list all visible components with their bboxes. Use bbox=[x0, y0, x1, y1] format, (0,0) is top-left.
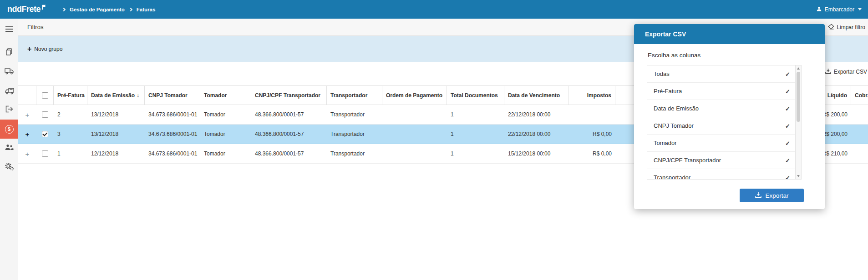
row-checkbox[interactable] bbox=[42, 150, 48, 157]
sidebar-item-users[interactable] bbox=[0, 139, 18, 158]
check-icon: ✓ bbox=[785, 140, 790, 146]
scroll-up-icon[interactable] bbox=[797, 67, 800, 70]
cell-cnpj-tomador: 34.673.686/0001-01 bbox=[145, 144, 200, 163]
cell-impostos: R$ 0,00 bbox=[569, 144, 615, 163]
select-all-checkbox[interactable] bbox=[42, 92, 48, 99]
header-transportador[interactable]: Transportador bbox=[327, 86, 382, 105]
chevron-right-icon bbox=[62, 7, 66, 11]
sidebar-item-settings[interactable] bbox=[0, 158, 18, 177]
cell-expand: + bbox=[18, 125, 36, 144]
cell-data-emissao: 13/12/2018 bbox=[87, 125, 145, 144]
scroll-down-icon[interactable] bbox=[797, 175, 800, 177]
cell-cnpj-cpf-transportador: 48.366.800/0001-57 bbox=[251, 125, 327, 144]
modal-subtitle: Escolha as colunas bbox=[648, 52, 825, 59]
cell-cobranca bbox=[851, 125, 868, 144]
column-option-todas[interactable]: Todas ✓ bbox=[647, 65, 801, 83]
cell-cnpj-tomador: 34.673.686/0001-01 bbox=[145, 125, 200, 144]
header-select bbox=[36, 86, 54, 105]
cell-select bbox=[36, 125, 54, 144]
cell-total-documentos: 1 bbox=[447, 144, 504, 163]
cell-data-emissao: 13/12/2018 bbox=[87, 105, 145, 124]
user-menu-label: Embarcador bbox=[825, 6, 854, 13]
modal-scrollbar[interactable] bbox=[795, 65, 801, 179]
sidebar-item-delivery[interactable] bbox=[0, 81, 18, 100]
header-data-vencimento[interactable]: Data de Vencimento bbox=[504, 86, 569, 105]
cell-impostos: R$ 0,00 bbox=[569, 125, 615, 144]
cell-cobranca bbox=[851, 144, 868, 163]
breadcrumb: Gestão de Pagamento Faturas bbox=[62, 7, 155, 12]
check-icon: ✓ bbox=[785, 105, 790, 112]
users-icon bbox=[5, 144, 14, 152]
header-tomador[interactable]: Tomador bbox=[200, 86, 251, 105]
export-csv-button[interactable]: Exportar CSV bbox=[825, 68, 867, 75]
cell-ordem-pagamento bbox=[382, 144, 447, 163]
user-menu[interactable]: Embarcador bbox=[816, 5, 862, 14]
header-data-emissao[interactable]: Data de Emissão↓ bbox=[87, 86, 145, 105]
sidebar-item-export[interactable] bbox=[0, 100, 18, 120]
column-option-pre-fatura[interactable]: Pré-Fatura ✓ bbox=[647, 83, 801, 100]
export-button[interactable]: Exportar bbox=[740, 189, 804, 202]
expand-row-button[interactable]: + bbox=[25, 111, 30, 119]
chevron-right-icon bbox=[129, 7, 132, 11]
column-option-transportador[interactable]: Transportador ✓ bbox=[647, 169, 801, 180]
cell-cobranca bbox=[851, 105, 868, 124]
row-checkbox[interactable] bbox=[42, 131, 48, 137]
breadcrumb-faturas[interactable]: Faturas bbox=[137, 7, 156, 12]
clear-filter-button[interactable]: Limpar filtro bbox=[827, 24, 865, 31]
header-cnpj-tomador[interactable]: CNPJ Tomador bbox=[145, 86, 200, 105]
header-cnpj-cpf-transportador[interactable]: CNPJ/CPF Transportador bbox=[251, 86, 327, 105]
sort-desc-icon: ↓ bbox=[137, 92, 139, 99]
column-list: Todas ✓ Pré-Fatura ✓ Data de Emissão ✓ C… bbox=[647, 65, 802, 180]
menu-toggle-button[interactable] bbox=[0, 19, 18, 40]
sidebar-item-documents[interactable] bbox=[0, 43, 18, 62]
download-icon bbox=[755, 192, 762, 200]
export-csv-label: Exportar CSV bbox=[834, 69, 867, 75]
gears-icon bbox=[5, 162, 14, 173]
header-ordem-pagamento[interactable]: Ordem de Pagamento bbox=[382, 86, 447, 105]
expand-row-button[interactable]: + bbox=[25, 130, 30, 138]
header-total-documentos[interactable]: Total Documentos bbox=[447, 86, 504, 105]
column-option-tomador[interactable]: Tomador ✓ bbox=[647, 135, 801, 152]
sidebar-item-payments[interactable]: $ bbox=[0, 120, 18, 139]
nddfrete-logo[interactable]: nddFrete bbox=[7, 5, 47, 14]
check-icon: ✓ bbox=[785, 157, 790, 164]
cell-transportador: Transportador bbox=[327, 105, 382, 124]
logout-arrow-icon bbox=[5, 105, 13, 115]
clear-filter-label: Limpar filtro bbox=[837, 24, 865, 30]
modal-header: Exportar CSV bbox=[634, 24, 825, 44]
payments-icon: $ bbox=[5, 125, 14, 134]
header-cobranca[interactable]: Cobrança bbox=[851, 86, 868, 105]
row-checkbox[interactable] bbox=[42, 111, 48, 118]
header-pre-fatura[interactable]: Pré-Fatura bbox=[54, 86, 87, 105]
cell-transportador: Transportador bbox=[327, 125, 382, 144]
cell-cnpj-cpf-transportador: 48.366.800/0001-57 bbox=[251, 144, 327, 163]
app-screen: nddFrete Gestão de Pagamento Faturas Emb… bbox=[0, 0, 868, 280]
cell-total-documentos: 1 bbox=[447, 105, 504, 124]
download-icon bbox=[825, 68, 832, 75]
header-expand bbox=[18, 86, 36, 105]
delivery-truck-icon bbox=[5, 88, 14, 95]
expand-row-button[interactable]: + bbox=[25, 150, 30, 158]
column-option-cnpj-tomador[interactable]: CNPJ Tomador ✓ bbox=[647, 117, 801, 135]
breadcrumb-gestao-pagamento[interactable]: Gestão de Pagamento bbox=[70, 7, 125, 12]
check-icon: ✓ bbox=[785, 88, 790, 95]
cell-ordem-pagamento bbox=[382, 125, 447, 144]
logo-text: nddFrete bbox=[7, 5, 41, 14]
cell-cnpj-tomador: 34.673.686/0001-01 bbox=[145, 105, 200, 124]
cell-tomador: Tomador bbox=[200, 144, 251, 163]
cell-pre-fatura: 2 bbox=[54, 105, 87, 124]
scrollbar-thumb[interactable] bbox=[797, 72, 800, 122]
check-icon: ✓ bbox=[785, 122, 790, 129]
cell-impostos bbox=[569, 105, 615, 124]
topbar: nddFrete Gestão de Pagamento Faturas Emb… bbox=[0, 0, 868, 19]
cell-tomador: Tomador bbox=[200, 125, 251, 144]
new-group-button[interactable]: + Novo grupo bbox=[27, 45, 62, 53]
filters-title: Filtros bbox=[27, 24, 43, 30]
sidebar-item-transport[interactable] bbox=[0, 62, 18, 81]
cell-expand: + bbox=[18, 144, 36, 163]
header-impostos[interactable]: Impostos bbox=[569, 86, 615, 105]
cell-data-emissao: 12/12/2018 bbox=[87, 144, 145, 163]
cell-data-vencimento: 15/12/2018 00:00 bbox=[504, 144, 569, 163]
column-option-data-emissao[interactable]: Data de Emissão ✓ bbox=[647, 100, 801, 117]
column-option-cnpj-cpf-transportador[interactable]: CNPJ/CPF Transportador ✓ bbox=[647, 152, 801, 169]
